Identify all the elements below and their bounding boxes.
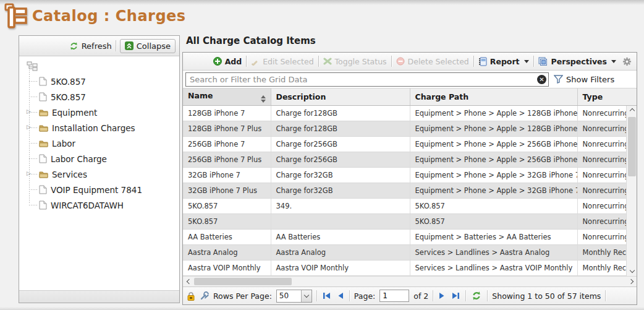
grid-title: All Charge Catalog Items: [186, 35, 316, 46]
lock-icon[interactable]: [187, 291, 195, 301]
tree-connector: [29, 143, 37, 144]
horizontal-scroll-thumb[interactable]: [194, 278, 292, 285]
toolbar-separator: [318, 56, 319, 67]
first-page-button[interactable]: [321, 292, 332, 299]
collapse-tree-button[interactable]: Collapse: [120, 39, 176, 53]
refresh-grid-button[interactable]: [470, 291, 483, 301]
folder-icon: [39, 124, 48, 132]
grid-search-input[interactable]: [185, 72, 549, 87]
expand-arrow-icon[interactable]: ▷: [27, 108, 31, 114]
tree-item[interactable]: WIRCAT6DATAWH: [25, 197, 179, 213]
scroll-up-icon[interactable]: [627, 106, 637, 116]
refresh-tree-button[interactable]: Refresh: [69, 41, 112, 51]
tree-item[interactable]: ▷Installation Charges: [25, 120, 179, 136]
table-cell: Charge for128GB: [271, 121, 410, 137]
tree-item[interactable]: ▷Services: [25, 166, 179, 182]
table-cell: Aastra Analog: [183, 245, 271, 260]
delete-selected-label: Delete Selected: [408, 57, 469, 66]
toolbar-separator: [246, 56, 247, 67]
column-header-description[interactable]: Description: [271, 88, 410, 105]
last-page-button[interactable]: [451, 292, 461, 299]
table-row[interactable]: AA BatteriesAA BatteriesEquipment > Batt…: [183, 230, 626, 245]
clear-search-icon[interactable]: ✕: [537, 75, 546, 84]
tree-item[interactable]: Labor Charge: [25, 151, 179, 166]
page-number-input[interactable]: [379, 290, 409, 302]
tree-item[interactable]: Labor: [25, 136, 179, 151]
tree-item-label: WIRCAT6DATAWH: [51, 200, 124, 210]
table-row[interactable]: 5KO.857349.5KO.857Nonrecurring: [183, 199, 626, 214]
tree-item-label: VOIP Equipment 7841: [51, 185, 142, 195]
document-icon: [39, 154, 47, 163]
table-cell: Aastra VOIP Monthly: [271, 260, 410, 276]
table-cell: Nonrecurring: [577, 152, 626, 168]
vertical-scroll-thumb[interactable]: [628, 117, 636, 176]
next-page-button[interactable]: [438, 292, 446, 299]
report-menu-button[interactable]: Report: [478, 57, 529, 66]
delete-icon: [396, 57, 405, 66]
delete-selected-button[interactable]: Delete Selected: [396, 57, 469, 66]
tree-item-label: Services: [52, 170, 87, 179]
scroll-left-icon[interactable]: [183, 277, 193, 286]
table-cell: 5KO.857: [183, 214, 271, 230]
show-filters-button[interactable]: Show Filters: [554, 75, 614, 84]
scroll-down-icon[interactable]: [627, 265, 637, 276]
table-cell: 32GB iPhone 7 Plus: [183, 183, 271, 199]
perspectives-menu-button[interactable]: Perspectives: [538, 57, 616, 66]
table-cell: Monthly Recurring: [577, 260, 626, 276]
grid-toolbar: Add Edit Selected Toggle Status Delete S…: [183, 53, 637, 71]
add-button[interactable]: Add: [213, 57, 242, 66]
toolbar-separator: [533, 56, 534, 67]
column-header-type[interactable]: Type: [577, 88, 626, 105]
table-row[interactable]: 256GB iPhone 7Charge for256GBEquipment >…: [183, 137, 626, 152]
table-cell: Equipment > Phone > Apple > 256GB iPhone…: [410, 152, 577, 168]
table-cell: Services > Landlines > Aastra Analog: [410, 245, 577, 260]
table-row[interactable]: 128GB iPhone 7Charge for128GBEquipment >…: [183, 106, 626, 121]
toolbar-separator: [473, 56, 474, 67]
showing-items-label: Showing 1 to 50 of 57 items: [492, 291, 601, 301]
scroll-right-icon[interactable]: [626, 277, 637, 286]
table-row[interactable]: 32GB iPhone 7 PlusCharge for32GBEquipmen…: [183, 183, 626, 199]
table-cell: Equipment > Phone > Apple > 256GB iPhone…: [410, 137, 577, 152]
document-icon: [39, 185, 47, 194]
column-header-charge-path[interactable]: Charge Path: [410, 88, 577, 105]
expand-arrow-icon[interactable]: ▷: [27, 170, 31, 176]
table-row[interactable]: 128GB iPhone 7 PlusCharge for128GBEquipm…: [183, 121, 626, 137]
table-cell: Nonrecurring: [577, 137, 626, 152]
window-bottom-strip: [0, 307, 644, 310]
previous-page-button[interactable]: [336, 292, 345, 299]
folder-icon: [39, 139, 48, 147]
table-row[interactable]: Aastra AnalogAastra AnalogServices > Lan…: [183, 245, 626, 260]
tree-item[interactable]: 5KO.857: [25, 74, 179, 89]
table-cell: Equipment > Phone > Apple > 32GB iPhone …: [410, 183, 577, 199]
rows-per-page-label: Rows Per Page:: [213, 291, 272, 301]
footer-separator: [349, 290, 350, 301]
table-cell: [271, 214, 410, 230]
tree-item[interactable]: VOIP Equipment 7841: [25, 182, 179, 197]
table-row[interactable]: Aastra VOIP MonthlyAastra VOIP MonthlySe…: [183, 260, 626, 276]
horizontal-scrollbar[interactable]: [183, 276, 637, 286]
wrench-icon[interactable]: [200, 291, 209, 301]
add-icon: [213, 57, 222, 66]
table-cell: Charge for32GB: [271, 183, 410, 199]
table-row[interactable]: 5KO.8575KO.857Nonrecurring: [183, 214, 626, 230]
tree-item[interactable]: 5KO.857: [25, 89, 179, 105]
grid-settings-gear-icon[interactable]: [622, 57, 632, 66]
tree-connector: [29, 205, 37, 205]
show-filters-label: Show Filters: [566, 75, 614, 84]
tree-item[interactable]: ▷Equipment: [25, 105, 179, 120]
toggle-status-button[interactable]: Toggle Status: [323, 57, 387, 66]
table-cell: Aastra VOIP Monthly: [183, 260, 271, 276]
table-cell: 5KO.857: [410, 214, 577, 230]
toggle-status-icon: [323, 57, 332, 66]
expand-arrow-icon[interactable]: ▷: [27, 124, 31, 130]
table-row[interactable]: 256GB iPhone 7 PlusCharge for256GBEquipm…: [183, 152, 626, 168]
page-of-label: of 2: [413, 291, 428, 301]
vertical-scrollbar[interactable]: [626, 106, 637, 277]
document-icon: [39, 200, 47, 210]
edit-selected-button[interactable]: Edit Selected: [251, 57, 313, 66]
column-header-name[interactable]: Name: [183, 88, 271, 105]
table-row[interactable]: 32GB iPhone 7Charge for32GBEquipment > P…: [183, 168, 626, 183]
rows-per-page-select[interactable]: 50: [276, 290, 312, 303]
grid-header-row: Name Description Charge Path Type: [183, 88, 637, 106]
table-cell: AA Batteries: [183, 230, 271, 245]
